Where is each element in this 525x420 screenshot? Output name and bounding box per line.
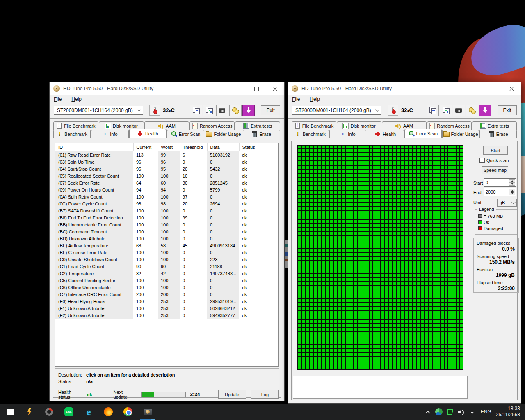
close-button[interactable] <box>502 82 521 95</box>
speed-map-button[interactable]: Speed map <box>482 166 508 174</box>
titlebar[interactable]: HD Tune Pro 5.50 - Hard Disk/SSD Utility <box>288 82 521 95</box>
smart-row[interactable]: (BF) G-sense Error Rate10010000ok <box>55 249 278 256</box>
donate-button[interactable] <box>466 105 478 116</box>
tab-aam[interactable]: AAM <box>382 121 427 130</box>
copy-image-button[interactable] <box>440 105 452 116</box>
column-header-threshold[interactable]: Threshold <box>180 143 207 151</box>
maximize-button[interactable] <box>247 82 266 95</box>
spin-up-icon[interactable] <box>509 189 515 192</box>
smart-row[interactable]: (B8) End To End Error Detection100100990… <box>55 214 278 221</box>
taskbar-internet-explorer[interactable]: e <box>79 404 98 420</box>
tray-network[interactable] <box>467 404 478 420</box>
drive-select[interactable]: ST2000DM001-1CH164 (2000 gB) <box>54 106 143 115</box>
tab-erase[interactable]: Erase <box>479 130 517 138</box>
close-button[interactable] <box>266 82 284 95</box>
taskbar-firefox[interactable] <box>98 404 118 420</box>
smart-row[interactable]: (BC) Command Timeout10010000ok <box>55 228 278 235</box>
download-update-button[interactable] <box>242 105 255 116</box>
tab-error-scan[interactable]: Error Scan <box>404 129 442 138</box>
smart-row[interactable]: (04) Start/Stop Count9595205432ok <box>55 165 278 172</box>
menu-file[interactable]: File <box>54 96 62 102</box>
taskbar-line[interactable]: LINE <box>59 404 79 420</box>
taskbar-disk-tool[interactable] <box>39 404 59 420</box>
column-header-status[interactable]: Status <box>239 143 278 151</box>
tab-file-benchmark[interactable]: File Benchmark <box>292 121 336 130</box>
smart-row[interactable]: (03) Spin Up Time969600ok <box>55 158 278 165</box>
tab-erase[interactable]: Erase <box>243 130 280 138</box>
screenshot-button[interactable] <box>216 105 228 116</box>
spin-down-icon[interactable] <box>509 183 515 186</box>
smart-row[interactable]: (B7) SATA Downshift Count10010000ok <box>55 207 278 214</box>
taskbar-hdtune[interactable] <box>138 404 158 420</box>
tab-extra-tests[interactable]: Extra tests <box>472 121 517 130</box>
end-position-input[interactable]: 2000 <box>484 188 516 196</box>
tab-aam[interactable]: AAM <box>144 121 189 130</box>
smart-row[interactable]: (BD) Unknown Attribute10010000ok <box>55 235 278 242</box>
taskbar-chrome[interactable] <box>118 404 138 420</box>
unit-select[interactable]: gB <box>497 199 517 207</box>
tab-file-benchmark[interactable]: File Benchmark <box>53 121 98 130</box>
log-button[interactable]: Log <box>251 390 279 399</box>
tab-disk-monitor[interactable]: Disk monitor <box>99 121 144 130</box>
smart-row[interactable]: (09) Power On Hours Count949405799ok <box>55 186 278 193</box>
tab-random-access[interactable]: Random Access <box>189 121 235 130</box>
spin-up-icon[interactable] <box>509 179 515 183</box>
tab-folder-usage[interactable]: Folder Usage <box>442 130 479 138</box>
start-scan-button[interactable]: Start <box>483 146 508 155</box>
smart-row[interactable]: (05) Reallocated Sector Count100100100ok <box>55 172 278 179</box>
download-update-button[interactable] <box>479 105 491 116</box>
tab-benchmark[interactable]: Benchmark <box>292 130 329 138</box>
exit-button[interactable]: Exit <box>498 105 517 115</box>
tab-disk-monitor[interactable]: Disk monitor <box>337 121 381 130</box>
update-button[interactable]: Update <box>218 390 246 399</box>
copy-text-button[interactable] <box>427 105 439 116</box>
column-header-worst[interactable]: Worst <box>158 143 180 151</box>
menu-help[interactable]: Help <box>71 96 82 102</box>
minimize-button[interactable] <box>229 82 247 95</box>
taskbar-clock[interactable]: 18:33 25/11/2568 <box>494 406 525 418</box>
copy-text-button[interactable] <box>190 105 202 116</box>
language-indicator[interactable]: ENG <box>478 409 494 415</box>
smart-row[interactable]: (F2) Unknown Attribute10025305949352777o… <box>55 312 278 319</box>
taskbar-winamp[interactable] <box>20 404 39 420</box>
start-position-input[interactable]: 0 <box>484 178 516 187</box>
tab-info[interactable]: Info <box>91 130 128 138</box>
menu-file[interactable]: File <box>292 96 300 102</box>
tray-expand-button[interactable] <box>422 404 434 420</box>
smart-row[interactable]: (F0) Head Flying Hours1002530299531019..… <box>55 298 278 305</box>
tab-health[interactable]: Health <box>129 129 167 138</box>
quick-scan-checkbox[interactable] <box>479 158 485 163</box>
smart-row[interactable]: (C6) Offline Uncorrectable10010000ok <box>55 284 278 291</box>
smart-row[interactable]: (C7) Interface CRC Error Count20020000ok <box>55 291 278 298</box>
minimize-button[interactable] <box>466 82 484 95</box>
tray-volume[interactable] <box>456 404 467 420</box>
start-spinner[interactable] <box>509 179 515 186</box>
tab-random-access[interactable]: Random Access <box>427 121 472 130</box>
titlebar[interactable]: HD Tune Pro 5.50 - Hard Disk/SSD Utility <box>50 82 284 95</box>
copy-image-button[interactable] <box>203 105 215 116</box>
start-button[interactable] <box>0 404 20 420</box>
column-header-data[interactable]: Data <box>207 143 239 151</box>
column-header-current[interactable]: Current <box>133 143 158 151</box>
drive-select[interactable]: ST2000DM001-1CH164 (2000 gB) <box>292 106 381 115</box>
tab-extra-tests[interactable]: Extra tests <box>235 121 280 130</box>
smart-row[interactable]: (C1) Load Cycle Count9090021188ok <box>55 263 278 270</box>
smart-row[interactable]: (C0) Unsafe Shutdown Count1001000223ok <box>55 256 278 263</box>
smart-row[interactable]: (07) Seek Error Rate6460302851245ok <box>55 179 278 186</box>
tray-idm[interactable] <box>434 404 445 420</box>
screenshot-button[interactable] <box>453 105 465 116</box>
tab-info[interactable]: Info <box>329 130 367 138</box>
tray-hdtune[interactable] <box>445 404 456 420</box>
end-spinner[interactable] <box>509 189 515 195</box>
smart-row[interactable]: (C5) Current Pending Sector10010000ok <box>55 277 278 284</box>
exit-button[interactable]: Exit <box>261 105 280 115</box>
menu-help[interactable]: Help <box>310 96 320 102</box>
maximize-button[interactable] <box>484 82 502 95</box>
smart-row[interactable]: (0C) Power Cycle Count9898202694ok <box>55 200 278 207</box>
tab-health[interactable]: Health <box>367 130 404 138</box>
smart-row[interactable]: (01) Raw Read Error Rate11399651003192ok <box>55 151 278 158</box>
smart-row[interactable]: (0A) Spin Retry Count100100970ok <box>55 193 278 200</box>
smart-row[interactable]: (BB) Uncorrectable Error Count10010000ok <box>55 221 278 228</box>
smart-row[interactable]: (F1) Unknown Attribute10025305028643212o… <box>55 305 278 312</box>
spin-down-icon[interactable] <box>509 192 515 195</box>
